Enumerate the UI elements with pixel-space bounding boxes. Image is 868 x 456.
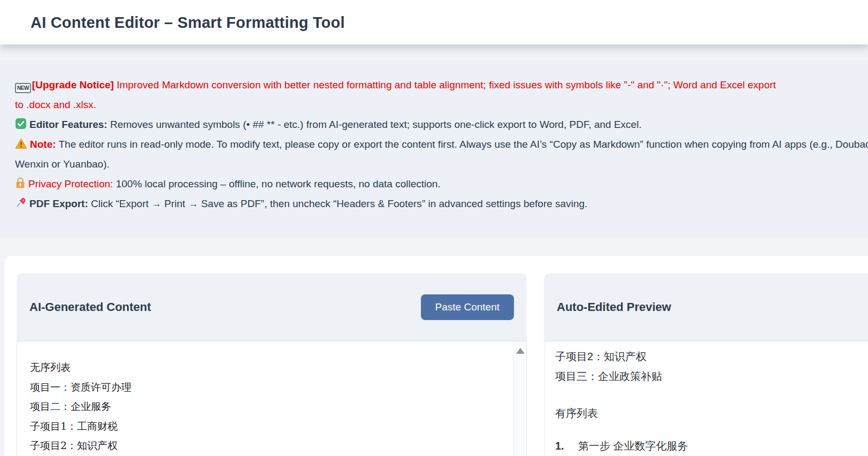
notice-text-segment: PDF Export:: [29, 198, 88, 209]
ai-content-title: AI-Generated Content: [29, 300, 151, 314]
notice-item-0-cont: to .docx and .xlsx.: [15, 95, 868, 115]
ai-content-body[interactable]: 无序列表项目一：资质许可办理项目二：企业服务子项目1：工商财税子项目2：知识产权: [17, 341, 527, 456]
notice-text-segment: Click “Export → Print → Save as PDF”, th…: [88, 198, 588, 209]
check-icon: [15, 118, 27, 130]
notice-text-segment: Improved Markdown conversion with better…: [114, 79, 776, 90]
raw-content-line: 项目一：资质许可办理: [30, 377, 505, 397]
preview-line: 项目三：企业政策补贴: [555, 367, 868, 386]
preview-line: 有序列表: [555, 404, 868, 423]
paste-content-button[interactable]: Paste Content: [421, 294, 514, 320]
preview-spacer: [555, 423, 868, 436]
notice-text-segment: [Upgrade Notice]: [32, 79, 114, 90]
preview-panel-header: Auto-Edited Preview: [544, 273, 868, 341]
lock-icon: [15, 177, 26, 189]
notice-item-2-cont: Wenxin or Yuanbao).: [15, 154, 868, 174]
notice-panel: NEW[Upgrade Notice] Improved Markdown co…: [0, 60, 868, 237]
notice-text-segment: 100% local processing – offline, no netw…: [113, 178, 440, 189]
notice-text-segment: The editor runs in read-only mode. To mo…: [56, 139, 868, 150]
notice-text-segment: Privacy Protection:: [28, 178, 113, 189]
main-card: AI-Generated Content Paste Content 无序列表项…: [4, 256, 868, 456]
preview-ordered-item: 1.第一步 企业数字化服务: [555, 436, 868, 456]
preview-spacer: [555, 386, 868, 404]
notice-text-segment: Note:: [30, 139, 56, 150]
scroll-up-icon[interactable]: [516, 348, 525, 354]
notice-text-segment: Wenxin or Yuanbao).: [15, 158, 110, 170]
raw-content-line: 子项目2：知识产权: [30, 436, 505, 455]
warning-icon: [15, 138, 27, 149]
notice-text-segment: to .docx and .xlsx.: [15, 99, 96, 110]
notice-text-segment: Removes unwanted symbols (• ## ** - etc.…: [107, 119, 642, 130]
page-title: AI Content Editor – Smart Formatting Too…: [30, 13, 345, 31]
notice-text-segment: Editor Features:: [29, 119, 107, 130]
raw-content-line: 无序列表: [30, 358, 505, 377]
raw-content-text: 无序列表项目一：资质许可办理项目二：企业服务子项目1：工商财税子项目2：知识产权: [17, 341, 526, 456]
new-icon: NEW: [15, 83, 31, 93]
pin-icon: [15, 196, 27, 209]
preview-text: 子项目2：知识产权项目三：企业政策补贴有序列表1.第一步 企业数字化服务: [544, 341, 868, 456]
raw-content-line: 项目二：企业服务: [30, 397, 505, 416]
preview-panel: Auto-Edited Preview 子项目2：知识产权项目三：企业政策补贴有…: [544, 273, 868, 456]
notice-item-0: NEW[Upgrade Notice] Improved Markdown co…: [15, 75, 868, 95]
notice-item-2: Note: The editor runs in read-only mode.…: [15, 134, 868, 154]
ordered-item-number: 1.: [555, 436, 578, 456]
notice-item-4: PDF Export: Click “Export → Print → Save…: [15, 194, 868, 214]
raw-content-line: 子项目1：工商财税: [30, 416, 505, 436]
preview-title: Auto-Edited Preview: [557, 300, 671, 314]
app-header: AI Content Editor – Smart Formatting Too…: [0, 0, 868, 44]
preview-line: 子项目2：知识产权: [555, 347, 868, 367]
preview-body[interactable]: 子项目2：知识产权项目三：企业政策补贴有序列表1.第一步 企业数字化服务: [544, 341, 868, 456]
notice-item-1: Editor Features: Removes unwanted symbol…: [15, 115, 868, 134]
scrollbar[interactable]: [513, 341, 526, 456]
notice-item-3: Privacy Protection: 100% local processin…: [15, 174, 868, 194]
ai-content-panel-header: AI-Generated Content Paste Content: [17, 273, 527, 341]
ai-content-panel: AI-Generated Content Paste Content 无序列表项…: [17, 273, 527, 456]
